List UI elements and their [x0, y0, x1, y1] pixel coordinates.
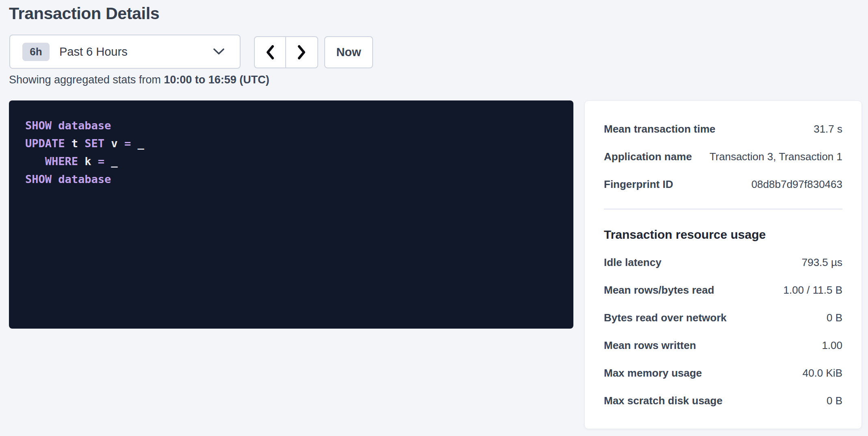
row-value: 0 B: [827, 312, 842, 324]
chevron-left-icon: [265, 45, 275, 60]
row-label: Bytes read over network: [604, 312, 727, 324]
summary-row: Mean transaction time31.7 s: [604, 115, 842, 143]
resource-usage-heading: Transaction resource usage: [604, 221, 842, 249]
page-title: Transaction Details: [9, 4, 159, 23]
summary-row: Bytes read over network0 B: [604, 304, 842, 331]
row-label: Max memory usage: [604, 367, 702, 379]
summary-row: Application nameTransaction 3, Transacti…: [604, 143, 842, 170]
chevron-down-icon: [213, 48, 224, 55]
prev-time-button[interactable]: [255, 37, 286, 68]
sql-line: UPDATE t SET v = _: [25, 135, 557, 153]
summary-divider: [604, 209, 842, 209]
chevron-right-icon: [297, 45, 306, 60]
time-range-badge: 6h: [22, 43, 50, 61]
next-time-button[interactable]: [286, 37, 317, 68]
transaction-summary-card: Mean transaction time31.7 sApplication n…: [584, 100, 862, 429]
row-label: Application name: [604, 150, 692, 163]
summary-rows-usage: Idle latency793.5 µsMean rows/bytes read…: [604, 249, 842, 414]
row-label: Mean transaction time: [604, 123, 716, 135]
summary-row: Fingerprint ID08d8b7d97f830463: [604, 170, 842, 198]
row-value: 31.7 s: [814, 123, 842, 135]
row-label: Idle latency: [604, 256, 662, 269]
summary-row: Idle latency793.5 µs: [604, 249, 842, 276]
caption-time-range: 10:00 to 16:59 (UTC): [164, 74, 269, 86]
row-value: 0 B: [827, 395, 842, 407]
row-value: 1.00: [822, 339, 842, 352]
time-range-label: Past 6 Hours: [59, 45, 213, 59]
row-value: Transaction 3, Transaction 1: [710, 150, 842, 163]
row-value: 793.5 µs: [802, 256, 842, 269]
row-value: 1.00 / 11.5 B: [783, 284, 842, 296]
time-range-selector[interactable]: 6h Past 6 Hours: [9, 35, 241, 69]
caption-prefix: Showing aggregated stats from: [9, 74, 164, 86]
row-value: 08d8b7d97f830463: [751, 178, 842, 191]
aggregated-stats-caption: Showing aggregated stats from 10:00 to 1…: [9, 74, 269, 86]
row-label: Mean rows written: [604, 339, 696, 352]
row-label: Fingerprint ID: [604, 178, 673, 191]
summary-row: Mean rows/bytes read1.00 / 11.5 B: [604, 276, 842, 304]
sql-line: WHERE k = _: [25, 153, 557, 170]
sql-line: SHOW database: [25, 170, 557, 188]
now-button[interactable]: Now: [324, 36, 373, 68]
row-label: Mean rows/bytes read: [604, 284, 714, 296]
time-nav-group: [254, 36, 318, 68]
row-value: 40.0 KiB: [803, 367, 842, 379]
row-label: Max scratch disk usage: [604, 395, 723, 407]
summary-rows-top: Mean transaction time31.7 sApplication n…: [604, 115, 842, 198]
sql-line: SHOW database: [25, 117, 557, 135]
summary-row: Max scratch disk usage0 B: [604, 387, 842, 414]
sql-statement-code: SHOW databaseUPDATE t SET v = _ WHERE k …: [25, 117, 557, 188]
summary-row: Mean rows written1.00: [604, 331, 842, 359]
sql-statement-box: SHOW databaseUPDATE t SET v = _ WHERE k …: [9, 100, 573, 329]
summary-row: Max memory usage40.0 KiB: [604, 359, 842, 387]
